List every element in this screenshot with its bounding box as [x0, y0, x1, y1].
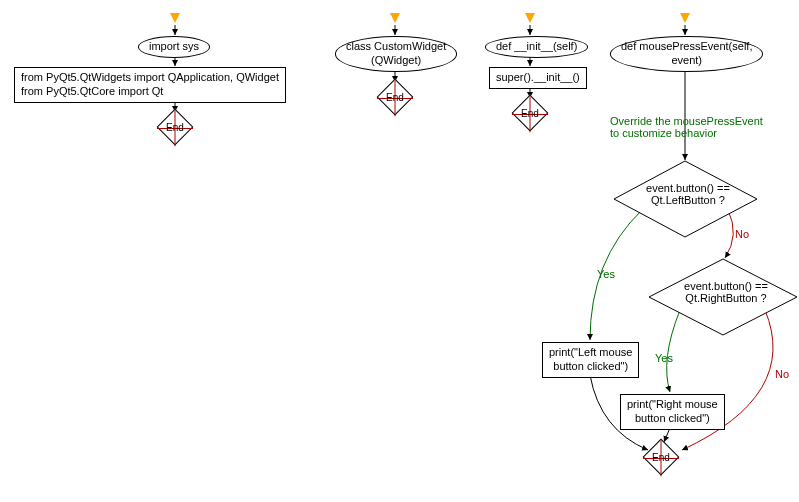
node-class-customwidget: class CustomWidget (QWidget)	[335, 36, 457, 72]
node-def-init: def __init__(self)	[485, 36, 588, 58]
start-icon	[390, 13, 400, 23]
ellipse-label: def __init__(self)	[485, 36, 588, 58]
start-icon	[680, 13, 690, 23]
svg-line-14	[377, 80, 414, 117]
rect-label: from PyQt5.QtWidgets import QApplication…	[14, 67, 286, 103]
edge-label-no: No	[775, 368, 789, 380]
svg-line-20	[643, 440, 680, 477]
svg-line-12	[157, 110, 194, 147]
rect-label: print("Left mouse button clicked")	[542, 342, 639, 378]
svg-line-15	[512, 96, 549, 133]
flowchart-canvas: import sys from PyQt5.QtWidgets import Q…	[0, 0, 799, 502]
svg-line-10	[664, 428, 670, 442]
end-terminator	[512, 95, 549, 132]
edge-label-yes: Yes	[655, 352, 673, 364]
comment-override: Override the mousePressEvent to customiz…	[610, 115, 763, 139]
node-def-mousepressevent: def mousePressEvent(self, event)	[610, 36, 763, 72]
edge-label-yes: Yes	[597, 268, 615, 280]
decision-label: event.button() == Qt.LeftButton ?	[643, 182, 733, 206]
ellipse-label: def mousePressEvent(self, event)	[610, 36, 763, 72]
rect-label: super().__init__()	[489, 67, 587, 89]
ellipse-label: class CustomWidget (QWidget)	[335, 36, 457, 72]
rect-label: print("Right mouse button clicked")	[620, 394, 725, 430]
decision-right-button: event.button() == Qt.RightButton ?	[648, 258, 798, 338]
edge-label-no: No	[735, 228, 749, 240]
start-icon	[525, 13, 535, 23]
end-terminator	[157, 109, 194, 146]
svg-line-19	[643, 440, 680, 477]
end-terminator	[643, 439, 680, 476]
decision-label: event.button() == Qt.RightButton ?	[680, 280, 772, 304]
end-terminator	[377, 79, 414, 116]
start-icon	[170, 13, 180, 23]
end-cross-icon	[643, 440, 680, 477]
end-cross-icon	[512, 96, 549, 133]
ellipse-label: import sys	[138, 36, 210, 58]
node-import-sys: import sys	[138, 36, 210, 58]
svg-line-11	[157, 110, 194, 147]
node-imports-rect: from PyQt5.QtWidgets import QApplication…	[14, 67, 286, 103]
node-super-init: super().__init__()	[489, 67, 587, 89]
svg-line-16	[512, 96, 549, 133]
end-cross-icon	[377, 80, 414, 117]
end-cross-icon	[157, 110, 194, 147]
svg-line-13	[377, 80, 414, 117]
node-print-left: print("Left mouse button clicked")	[542, 342, 639, 378]
node-print-right: print("Right mouse button clicked")	[620, 394, 725, 430]
